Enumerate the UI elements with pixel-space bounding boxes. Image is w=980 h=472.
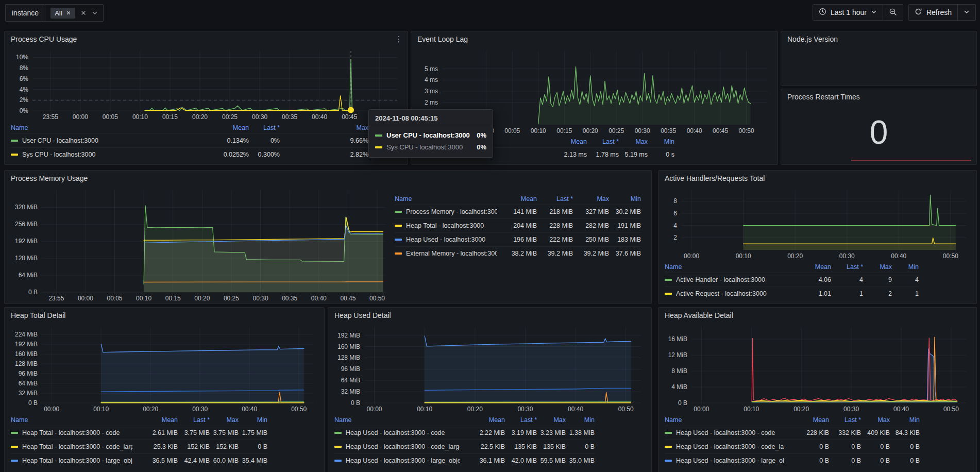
panel-header[interactable]: Process Memory Usage — [5, 171, 651, 186]
heap-used-chart[interactable]: 00:0000:1000:2000:3000:4000:500 B32 MiB6… — [333, 323, 646, 414]
legend-header-min[interactable]: Min — [239, 416, 267, 424]
series-name[interactable]: Heap Used - localhost:3000 - code — [334, 429, 460, 436]
variable-label[interactable]: instance — [6, 5, 45, 21]
svg-text:00:35: 00:35 — [282, 113, 297, 121]
legend-header-last[interactable]: Last * — [831, 263, 863, 271]
series-name[interactable]: Heap Used - localhost:3000 - code — [665, 429, 784, 436]
series-stat: 39.2 MiB — [537, 250, 573, 257]
remove-value-icon[interactable] — [66, 10, 71, 15]
legend-header-mean[interactable]: Mean — [208, 124, 249, 131]
series-name[interactable]: Heap Used - localhost:3000 - large_objec… — [665, 457, 784, 464]
active-handlers-chart[interactable]: 00:0000:1000:2000:3000:4000:502468 — [664, 186, 971, 261]
svg-text:00:40: 00:40 — [893, 406, 909, 413]
panel-title: Heap Available Detail — [665, 311, 733, 319]
chip-label: All — [55, 9, 62, 17]
time-controls-group: Last 1 hour — [813, 4, 903, 21]
panel-header[interactable]: Heap Used Detail — [328, 308, 651, 323]
series-stat: 183 MiB — [609, 236, 641, 243]
legend-header-mean[interactable]: Mean — [460, 416, 505, 424]
legend-header-max[interactable]: Max — [863, 263, 892, 271]
panel-header[interactable]: Heap Total Detail — [5, 308, 324, 323]
heap-available-legend: NameMeanLast *MaxMinHeap Used - localhos… — [658, 414, 976, 470]
series-stat: 0 s — [648, 151, 674, 158]
series-name[interactable]: Heap Used - localhost:3000 - code_large_… — [665, 443, 784, 450]
legend-header-max[interactable]: Max — [619, 138, 648, 145]
legend-header-min[interactable]: Min — [648, 138, 674, 145]
series-name[interactable]: External Memory - localhost:3000 — [395, 250, 497, 257]
series-name[interactable]: Heap Used - localhost:3000 - code_large_… — [334, 443, 460, 450]
series-stat: 152 KiB — [178, 443, 210, 450]
series-label: Heap Total - localhost:3000 — [406, 222, 484, 229]
heap-total-chart[interactable]: 00:0000:1000:2000:3000:4000:500 B32 MiB6… — [10, 323, 319, 414]
legend-header-name[interactable]: Name — [11, 124, 208, 131]
series-label: Heap Total - localhost:3000 - large_obje… — [22, 457, 132, 464]
panel-header[interactable]: Node.js Version — [781, 31, 976, 47]
refresh-interval-dropdown[interactable] — [957, 5, 975, 20]
series-stat: 228 KiB — [784, 429, 829, 436]
legend-header-name[interactable]: Name — [334, 416, 460, 424]
legend-header-name[interactable]: Name — [665, 263, 795, 271]
cpu-usage-chart[interactable]: 23:5500:0000:0500:1000:1500:2000:2500:30… — [10, 47, 402, 122]
series-stat: 84.3 KiB — [890, 429, 920, 436]
series-stat: 36.1 MiB — [460, 457, 505, 464]
legend-header-mean[interactable]: Mean — [795, 263, 831, 271]
svg-text:128 MiB: 128 MiB — [15, 360, 38, 367]
legend-header-min[interactable]: Min — [609, 195, 641, 203]
legend-header-max[interactable]: Max — [573, 195, 609, 203]
legend-header-last[interactable]: Last * — [537, 195, 573, 203]
zoom-out-button[interactable] — [883, 5, 903, 20]
series-name[interactable]: Active Request - localhost:3000 — [665, 290, 795, 297]
panel-header[interactable]: Event Loop Lag — [411, 31, 778, 47]
legend-header-last[interactable]: Last * — [505, 416, 537, 424]
legend-header-min[interactable]: Min — [566, 416, 595, 424]
panel-header[interactable]: Process Restart Times — [781, 89, 976, 105]
series-name[interactable]: Heap Total - localhost:3000 - code_large… — [11, 443, 132, 450]
svg-text:320 MiB: 320 MiB — [15, 204, 38, 211]
legend-header-min[interactable]: Min — [890, 416, 920, 424]
series-name[interactable]: User CPU - localhost:3000 — [11, 137, 208, 144]
legend-header-name[interactable]: Name — [395, 195, 497, 203]
legend-header-min[interactable]: Min — [892, 263, 919, 271]
series-stat: 0 B — [784, 457, 829, 464]
legend-header-last[interactable]: Last * — [178, 416, 210, 424]
panel-header[interactable]: Process CPU Usage ⋮ — [5, 31, 408, 47]
legend-header-last[interactable]: Last * — [829, 416, 861, 424]
series-name[interactable]: Process Memory - localhost:3000 — [395, 208, 497, 215]
clear-all-icon[interactable] — [80, 10, 87, 16]
svg-text:4 MiB: 4 MiB — [671, 383, 687, 391]
panel-header[interactable]: Active Handlers/Requests Total — [658, 171, 976, 186]
legend-header-last[interactable]: Last * — [249, 124, 280, 131]
legend-header-max[interactable]: Max — [537, 416, 566, 424]
legend-header-name[interactable]: Name — [11, 416, 132, 424]
panel-menu-icon[interactable]: ⋮ — [395, 35, 402, 44]
legend-header-name[interactable]: Name — [665, 416, 784, 424]
series-name[interactable]: Heap Total - localhost:3000 - code — [11, 429, 132, 436]
time-range-picker[interactable]: Last 1 hour — [813, 5, 883, 20]
selected-value-chip[interactable]: All — [50, 8, 75, 19]
legend-header-mean[interactable]: Mean — [132, 416, 178, 424]
legend-header-mean[interactable]: Mean — [497, 195, 537, 203]
legend-header-max[interactable]: Max — [280, 124, 368, 131]
memory-usage-chart[interactable]: 23:5500:0000:0500:1000:1500:2000:2500:30… — [10, 186, 391, 304]
memory-svg: 23:5500:0000:0500:1000:1500:2000:2500:30… — [10, 186, 391, 304]
series-color-swatch — [665, 446, 672, 448]
panel-header[interactable]: Heap Available Detail — [658, 308, 976, 323]
chevron-down-icon[interactable] — [92, 10, 98, 16]
refresh-button[interactable]: Refresh — [909, 5, 957, 20]
legend-row: Heap Used - localhost:3000 - code_large_… — [334, 440, 595, 453]
legend-header-mean[interactable]: Mean — [551, 138, 587, 145]
series-name[interactable]: Heap Used - localhost:3000 — [395, 236, 497, 243]
series-name[interactable]: Heap Total - localhost:3000 - large_obje… — [11, 457, 132, 464]
legend-header-max[interactable]: Max — [861, 416, 890, 424]
svg-text:00:45: 00:45 — [340, 295, 356, 302]
series-name[interactable]: Sys CPU - localhost:3000 — [11, 151, 208, 158]
series-name[interactable]: Active Handler - localhost:3000 — [665, 276, 795, 283]
series-name[interactable]: Heap Total - localhost:3000 — [395, 222, 497, 229]
legend-header-max[interactable]: Max — [210, 416, 239, 424]
legend-row: Active Handler - localhost:30004.06494 — [665, 273, 919, 286]
series-name[interactable]: Heap Used - localhost:3000 - large_objec… — [334, 457, 460, 464]
legend-header-last[interactable]: Last * — [587, 138, 619, 145]
heap-available-chart[interactable]: 00:0000:1000:2000:3000:4000:500 B4 MiB8 … — [664, 323, 971, 414]
legend-header-mean[interactable]: Mean — [784, 416, 829, 424]
variable-value-dropdown[interactable]: All — [45, 5, 103, 21]
